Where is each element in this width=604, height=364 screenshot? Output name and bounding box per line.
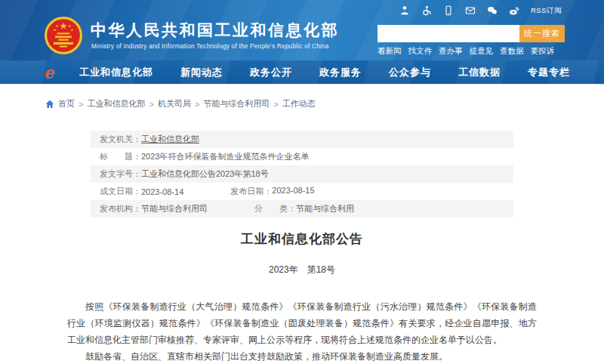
doc-info-row-title: 标 题： 2023年符合环保装备制造业规范条件企业名单 [91, 148, 513, 165]
nav-item-gov-disclosure[interactable]: 政务公开 [250, 66, 292, 79]
doc-info-label: 发布日期： [230, 186, 272, 197]
nav-item-gov-services[interactable]: 政务服务 [319, 66, 362, 79]
quick-link-opinions[interactable]: 提意见 [470, 46, 494, 57]
article-title: 工业和信息化部公告 [0, 230, 604, 248]
wheelchair-icon[interactable] [421, 5, 432, 16]
accessibility-person-icon[interactable] [399, 5, 410, 16]
home-icon[interactable] [45, 100, 54, 109]
breadcrumb-energy-dept[interactable]: 节能与综合利用司 [203, 98, 270, 110]
breadcrumb-home[interactable]: 首页 [58, 98, 75, 110]
breadcrumb-separator: > [149, 100, 153, 109]
doc-info-agency-value: 节能与综合利用司 [141, 203, 208, 214]
document-info-table: 发文机关： 工业和信息化部 标 题： 2023年符合环保装备制造业规范条件企业名… [91, 131, 513, 217]
doc-info-label: 发布机构： [100, 203, 141, 214]
quick-link-data[interactable]: 查数据 [500, 46, 524, 57]
nav-item-special-topics[interactable]: 专题专栏 [528, 66, 570, 79]
doc-info-row-dates: 成文日期： 2023-08-14 发布日期： 2023-08-15 [91, 183, 513, 200]
doc-info-number-value: 工业和信息化部公告2023年第18号 [141, 168, 269, 180]
doc-info-label: 标 题： [100, 151, 141, 162]
header-utility-icons: RSS订阅 [399, 5, 562, 16]
article-body: 按照《环保装备制造行业（大气治理）规范条件》《环保装备制造行业（污水治理）规范条… [67, 298, 537, 364]
doc-info-row-number: 发文字号： 工业和信息化部公告2023年第18号 [91, 165, 513, 183]
doc-info-row-agency: 发布机构： 节能与综合利用司 分 类： 节能与综合利用 [91, 200, 513, 217]
quick-link-documents[interactable]: 找文件 [408, 46, 433, 57]
search-input[interactable] [378, 25, 519, 42]
nav-item-public-participation[interactable]: 公众参与 [389, 66, 431, 79]
nav-item-miit[interactable]: 工业和信息化部 [79, 66, 153, 79]
breadcrumb-separator: > [195, 100, 199, 109]
doc-info-issuer-link[interactable]: 工业和信息化部 [141, 134, 199, 145]
site-title: 中华人民共和国工业和信息化部 [91, 20, 339, 41]
doc-info-label: 成文日期： [100, 186, 141, 197]
search-bar: 统一搜索 [378, 25, 565, 42]
quick-link-news[interactable]: 看新闻 [378, 46, 402, 57]
doc-info-category-value: 节能与综合利用 [296, 203, 354, 214]
breadcrumb-work-updates[interactable]: 工作动态 [282, 98, 316, 110]
article-issue-number: 2023年 第18号 [0, 264, 604, 276]
quick-links: 看新闻 找文件 查办事 提意见 查数据 要投诉 [378, 46, 554, 57]
breadcrumb-departments[interactable]: 机关司局 [158, 98, 191, 110]
quick-link-services[interactable]: 查办事 [439, 46, 463, 57]
doc-info-publish-date: 2023-08-15 [272, 186, 314, 197]
mail-icon[interactable] [465, 5, 476, 16]
main-nav: e 工业和信息化部 新闻动态 政务公开 政务服务 公众参与 工信数据 专题专栏 [0, 60, 604, 85]
rss-subscribe-link[interactable]: RSS订阅 [531, 6, 562, 16]
doc-info-label: 发文机关： [100, 134, 141, 145]
site-subtitle: Ministry of Industry and Information Tec… [91, 42, 329, 50]
mobile-icon[interactable] [443, 5, 454, 16]
doc-info-row-issuer: 发文机关： 工业和信息化部 [91, 131, 513, 148]
quick-link-complaints[interactable]: 要投诉 [531, 46, 555, 57]
nav-item-data[interactable]: 工信数据 [458, 66, 501, 79]
nav-item-news[interactable]: 新闻动态 [180, 66, 223, 79]
doc-info-label: 分 类： [254, 203, 296, 214]
doc-info-label: 发文字号： [100, 168, 141, 180]
nav-items: 工业和信息化部 新闻动态 政务公开 政务服务 公众参与 工信数据 专题专栏 [79, 66, 570, 79]
nav-e-logo-icon: e [44, 63, 54, 82]
header-banner: 中华人民共和国工业和信息化部 Ministry of Industry and … [0, 0, 604, 60]
national-emblem-icon [44, 16, 83, 55]
wechat-icon[interactable] [487, 5, 498, 16]
breadcrumb: 首页 > 工业和信息化部 > 机关司局 > 节能与综合利用司 > 工作动态 [0, 85, 604, 110]
doc-info-written-date: 2023-08-14 [141, 187, 183, 196]
search-button[interactable]: 统一搜索 [519, 25, 565, 42]
weibo-icon[interactable] [509, 5, 519, 16]
breadcrumb-separator: > [273, 100, 278, 109]
doc-info-title-value: 2023年符合环保装备制造业规范条件企业名单 [141, 151, 309, 162]
article-paragraph: 按照《环保装备制造行业（大气治理）规范条件》《环保装备制造行业（污水治理）规范条… [67, 298, 537, 348]
article-paragraph: 鼓励各省、自治区、直辖市相关部门出台支持鼓励政策，推动环保装备制造业高质量发展。 [67, 348, 537, 364]
breadcrumb-separator: > [79, 100, 83, 109]
breadcrumb-miit[interactable]: 工业和信息化部 [87, 98, 145, 110]
